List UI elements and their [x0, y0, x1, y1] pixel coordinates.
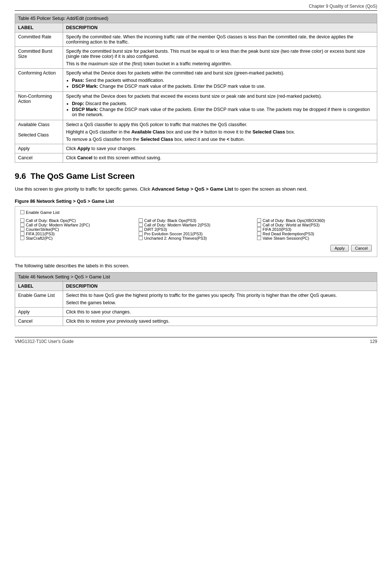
- game-label: Uncharted 2: Among Thieves(PS3): [144, 236, 207, 240]
- table-46: Table 46 Network Setting > QoS > Game Li…: [15, 272, 377, 326]
- game-list-screen: Enable Game List Call of Duty: Black Ops…: [15, 206, 377, 257]
- game-checkbox[interactable]: [20, 227, 24, 231]
- game-item: FIFA 2011(PS3): [20, 232, 135, 236]
- page-header: Chapter 9 Quality of Service (QoS): [15, 4, 377, 11]
- table-row: Available ClassSelected Class Select a Q…: [15, 120, 377, 144]
- enable-game-list-row: Enable Game List: [20, 210, 372, 215]
- game-label: Valve Steam Session(PC): [263, 236, 309, 240]
- game-item: Call of Duty: Black Ops(PC): [20, 218, 135, 223]
- enable-game-list-checkbox[interactable]: [20, 210, 24, 214]
- cell-label: Apply: [15, 144, 63, 153]
- cell-description: Click this to restore your previously sa…: [63, 316, 377, 326]
- table-row: Committed Burst Size Specify the committ…: [15, 47, 377, 69]
- table-row: Conforming Action Specify what the Devic…: [15, 69, 377, 92]
- game-label: Call of Duty: Black Ops(PC): [26, 218, 76, 223]
- cell-label: Committed Burst Size: [15, 47, 63, 69]
- col-label: LABEL: [15, 23, 63, 32]
- cell-label: Conforming Action: [15, 69, 63, 92]
- game-checkbox[interactable]: [20, 223, 24, 227]
- game-item: FIFA 2010(PS3): [257, 227, 372, 232]
- table-45: Table 45 Policer Setup: Add/Edit (contin…: [15, 14, 377, 163]
- game-label: Pro Evolution Soccer 2011(PS3): [144, 232, 202, 236]
- game-checkbox[interactable]: [20, 236, 24, 240]
- footer-right: 129: [370, 339, 377, 344]
- games-column-1: Call of Duty: Black Ops(PC) Call of Duty…: [20, 218, 135, 240]
- game-checkbox[interactable]: [257, 232, 261, 236]
- cell-description: Click Apply to save your changes.: [63, 144, 377, 153]
- game-checkbox[interactable]: [139, 227, 143, 231]
- game-label: Call of Duty: World at War(PS3): [263, 223, 320, 227]
- cell-label: Committed Rate: [15, 32, 63, 47]
- game-label: Call of Duty: Modern Warfare 2(PS3): [144, 223, 210, 227]
- section-heading: 9.6 The QoS Game List Screen: [15, 171, 377, 181]
- game-checkbox[interactable]: [20, 232, 24, 236]
- game-label: CounterStrike(PC): [26, 227, 59, 232]
- cell-description: Click Cancel to exit this screen without…: [63, 153, 377, 163]
- table-row: Apply Click this to save your changes.: [15, 307, 377, 316]
- game-checkbox[interactable]: [20, 218, 24, 222]
- game-checkbox[interactable]: [257, 227, 261, 231]
- cell-description: Select this to have QoS give the highest…: [63, 291, 377, 307]
- cell-description: Specify what the Device does for packets…: [63, 92, 377, 120]
- col-description: DESCRIPTION: [63, 281, 377, 291]
- col-description: DESCRIPTION: [63, 23, 377, 32]
- cell-description: Specify what the Device does for packets…: [63, 69, 377, 92]
- table-45-caption: Table 45 Policer Setup: Add/Edit (contin…: [15, 14, 377, 23]
- game-checkbox[interactable]: [139, 223, 143, 227]
- game-label: DiRT 2(PS3): [144, 227, 167, 232]
- cell-label: Apply: [15, 307, 63, 316]
- table-row: Cancel Click Cancel to exit this screen …: [15, 153, 377, 163]
- game-item: Call of Duty: Modern Warfare 2(PC): [20, 223, 135, 227]
- table-46-caption: Table 46 Network Setting > QoS > Game Li…: [15, 272, 377, 281]
- game-item: CounterStrike(PC): [20, 227, 135, 232]
- cell-label: Non-Conforming Action: [15, 92, 63, 120]
- game-label: Call of Duty: Black Ops(PS3): [144, 218, 196, 223]
- header-text: Chapter 9 Quality of Service (QoS): [309, 4, 377, 9]
- game-item: StarCraft2(PC): [20, 236, 135, 240]
- table-row: Apply Click Apply to save your changes.: [15, 144, 377, 153]
- game-label: Call of Duty: Modern Warfare 2(PC): [26, 223, 90, 227]
- figure-title: Figure 86 Network Setting > QoS > Game L…: [15, 199, 377, 204]
- game-item: Pro Evolution Soccer 2011(PS3): [139, 232, 253, 236]
- apply-button[interactable]: Apply: [330, 245, 349, 251]
- games-grid: Call of Duty: Black Ops(PC) Call of Duty…: [20, 218, 372, 240]
- game-item: DiRT 2(PS3): [139, 227, 253, 232]
- game-checkbox[interactable]: [139, 218, 143, 222]
- game-item: Valve Steam Session(PC): [257, 236, 372, 240]
- cell-description: Select a QoS classifier to apply this Qo…: [63, 120, 377, 144]
- cell-label: Available ClassSelected Class: [15, 120, 63, 144]
- table-row: Committed Rate Specify the committed rat…: [15, 32, 377, 47]
- game-item: Call of Duty: Black Ops(PS3): [139, 218, 253, 223]
- game-checkbox[interactable]: [257, 218, 261, 222]
- game-list-buttons: Apply Cancel: [20, 245, 372, 251]
- games-column-3: Call of Duty: Black Ops(XBOX360) Call of…: [257, 218, 372, 240]
- game-label: FIFA 2011(PS3): [26, 232, 55, 236]
- game-checkbox[interactable]: [257, 236, 261, 240]
- table-row: Non-Conforming Action Specify what the D…: [15, 92, 377, 120]
- col-label: LABEL: [15, 281, 63, 291]
- section-intro: Use this screen to give priority to traf…: [15, 185, 377, 193]
- table-row: Enable Game List Select this to have QoS…: [15, 291, 377, 307]
- game-label: Call of Duty: Black Ops(XBOX360): [263, 218, 325, 223]
- page-footer: VMG1312-T10C User's Guide 129: [15, 337, 377, 344]
- cell-description: Specify the committed burst size for pac…: [63, 47, 377, 69]
- game-item: Call of Duty: Black Ops(XBOX360): [257, 218, 372, 223]
- game-checkbox[interactable]: [139, 232, 143, 236]
- game-item: Red Dead Redemption(PS3): [257, 232, 372, 236]
- footer-left: VMG1312-T10C User's Guide: [15, 339, 74, 344]
- cell-description: Specify the committed rate. When the inc…: [63, 32, 377, 47]
- game-item: Uncharted 2: Among Thieves(PS3): [139, 236, 253, 240]
- game-label: FIFA 2010(PS3): [263, 227, 291, 232]
- cell-description: Click this to save your changes.: [63, 307, 377, 316]
- game-checkbox[interactable]: [139, 236, 143, 240]
- enable-game-list-label: Enable Game List: [26, 210, 59, 215]
- cancel-button[interactable]: Cancel: [351, 245, 372, 251]
- cell-label: Cancel: [15, 153, 63, 163]
- game-label: StarCraft2(PC): [26, 236, 53, 240]
- game-label: Red Dead Redemption(PS3): [263, 232, 314, 236]
- game-item: Call of Duty: Modern Warfare 2(PS3): [139, 223, 253, 227]
- cell-label: Cancel: [15, 316, 63, 326]
- games-column-2: Call of Duty: Black Ops(PS3) Call of Dut…: [139, 218, 253, 240]
- cell-label: Enable Game List: [15, 291, 63, 307]
- game-checkbox[interactable]: [257, 223, 261, 227]
